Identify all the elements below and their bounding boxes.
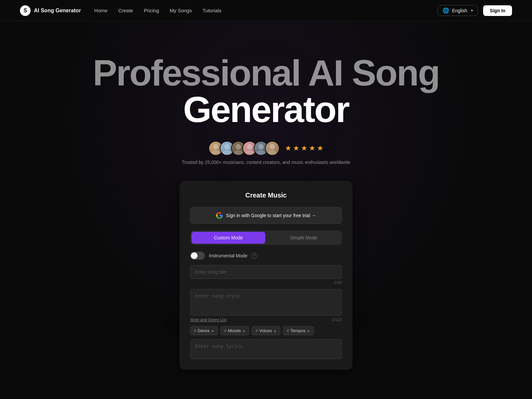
nav-right: 🌐 English ▾ Sign In: [438, 5, 512, 16]
language-label: English: [452, 8, 467, 13]
toggle-thumb: [191, 252, 198, 259]
svg-point-8: [258, 144, 264, 149]
moods-chip-label: Moods: [228, 328, 241, 333]
genre-chip-label: Genre: [198, 328, 209, 333]
hero-section: Professional AI Song Generator: [0, 21, 532, 390]
avatar-group: [208, 141, 280, 156]
svg-point-5: [234, 150, 242, 155]
logo-text: AI Song Generator: [34, 8, 81, 14]
simple-mode-button[interactable]: Simple Mode: [267, 232, 340, 244]
google-signin-button[interactable]: Sign in with Google to start your free t…: [190, 207, 342, 224]
star-5: ★: [317, 144, 324, 153]
style-genre-link[interactable]: Style and Genre List: [190, 318, 226, 322]
svg-point-10: [270, 144, 275, 149]
nav-my-songs[interactable]: My Songs: [170, 8, 192, 13]
sign-in-button[interactable]: Sign In: [483, 5, 512, 16]
star-3: ★: [301, 144, 308, 153]
star-rating: ★ ★ ★ ★ ★: [285, 144, 324, 153]
svg-point-3: [223, 150, 231, 155]
trusted-text: Trusted by 25,000+ musicians, content cr…: [0, 160, 532, 165]
song-title-char-count: 0/30: [190, 280, 342, 285]
svg-point-9: [257, 150, 265, 155]
tempos-chip-label: Tempos: [290, 328, 306, 333]
hero-title: Professional AI Song Generator: [0, 55, 532, 128]
help-icon[interactable]: ?: [251, 253, 257, 259]
voices-chip[interactable]: # Voices ▲: [252, 326, 280, 335]
voices-chip-label: Voices: [259, 328, 272, 333]
genre-chevron-icon: ▲: [211, 329, 214, 332]
song-style-textarea[interactable]: [190, 289, 342, 316]
song-style-char-count: 0/120: [332, 318, 342, 322]
tag-chips: # Genre ▲ # Moods ▲ # Voices ▲ # Tempos: [190, 326, 342, 335]
mode-toggle: Custom Mode Simple Mode: [190, 230, 342, 245]
tempos-chip[interactable]: # Tempos ▲: [283, 326, 314, 335]
moods-chip[interactable]: # Moods ▲: [220, 326, 249, 335]
create-card-title: Create Music: [190, 192, 342, 199]
instrumental-toggle[interactable]: [190, 252, 205, 260]
nav-links: Home Create Pricing My Songs Tutorials: [94, 8, 221, 14]
hero-title-line2: Generator: [0, 91, 532, 128]
globe-icon: 🌐: [443, 7, 449, 14]
logo-icon: S: [20, 5, 31, 16]
style-footer: Style and Genre List 0/120: [190, 318, 342, 322]
star-4: ★: [309, 144, 316, 153]
navbar: S AI Song Generator Home Create Pricing …: [0, 0, 532, 21]
custom-mode-button[interactable]: Custom Mode: [192, 232, 265, 244]
nav-home[interactable]: Home: [94, 8, 107, 13]
chevron-down-icon: ▾: [471, 9, 473, 12]
nav-pricing[interactable]: Pricing: [144, 8, 159, 13]
genre-chip[interactable]: # Genre ▲: [190, 326, 218, 335]
logo[interactable]: S AI Song Generator: [20, 5, 81, 16]
instrumental-row: Instrumental Mode ?: [190, 252, 342, 260]
language-selector[interactable]: 🌐 English ▾: [438, 5, 478, 16]
song-title-input[interactable]: [190, 265, 342, 279]
svg-point-6: [247, 144, 252, 149]
google-signin-label: Sign in with Google to start your free t…: [226, 213, 316, 218]
nav-create[interactable]: Create: [118, 8, 133, 13]
svg-point-1: [211, 150, 220, 155]
social-proof: ★ ★ ★ ★ ★: [0, 141, 532, 156]
moods-chevron-icon: ▲: [242, 329, 246, 332]
voices-chevron-icon: ▲: [273, 329, 277, 332]
hero-title-line1: Professional AI Song: [0, 55, 532, 91]
svg-point-7: [245, 150, 254, 155]
google-logo-icon: [216, 212, 223, 219]
svg-point-4: [236, 144, 241, 149]
nav-tutorials[interactable]: Tutorials: [202, 8, 221, 13]
star-2: ★: [293, 144, 300, 153]
instrumental-label: Instrumental Mode: [209, 253, 247, 258]
star-1: ★: [285, 144, 292, 153]
create-music-card: Create Music Sign in with Google to star…: [180, 181, 352, 370]
lyrics-textarea[interactable]: [190, 339, 342, 359]
svg-point-2: [224, 144, 230, 149]
svg-point-0: [213, 144, 218, 149]
tempos-chevron-icon: ▲: [307, 329, 310, 332]
avatar: [265, 141, 280, 156]
svg-point-11: [268, 150, 276, 155]
